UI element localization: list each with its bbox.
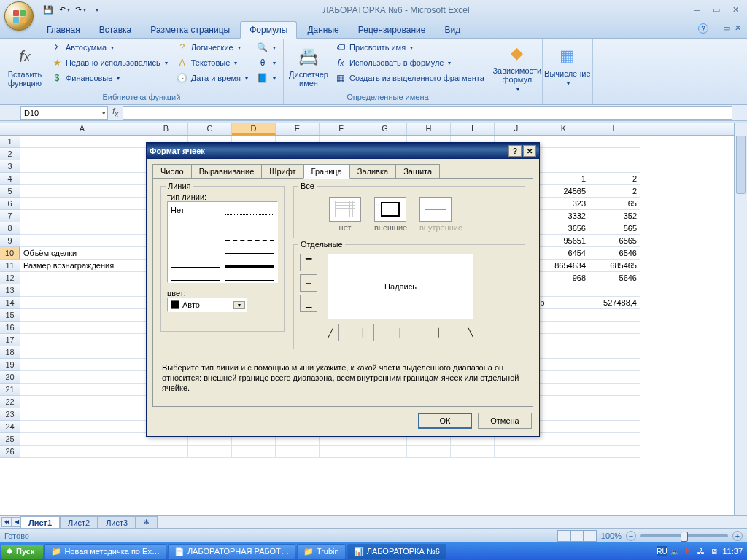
cell[interactable]: 3332: [538, 210, 589, 222]
border-mid-h-btn[interactable]: ─: [300, 274, 317, 292]
cell[interactable]: [188, 446, 232, 458]
cell[interactable]: [538, 384, 589, 396]
cell[interactable]: [589, 148, 640, 160]
cell[interactable]: [538, 136, 589, 148]
cell[interactable]: [20, 396, 144, 408]
dialog-close-button[interactable]: ✕: [523, 145, 536, 157]
cell[interactable]: [538, 446, 589, 458]
recent-button[interactable]: ★Недавно использовались: [48, 55, 171, 70]
row-header[interactable]: 7: [0, 210, 20, 222]
cell[interactable]: [20, 185, 144, 198]
lookup-button[interactable]: 🔍: [254, 40, 279, 55]
cell[interactable]: [589, 136, 640, 148]
cell[interactable]: [20, 421, 144, 433]
cell[interactable]: [20, 371, 144, 384]
cell[interactable]: [495, 446, 538, 458]
name-manager-button[interactable]: 📇 Диспетчер имен: [288, 40, 329, 92]
line-style-opt[interactable]: [225, 218, 274, 228]
undo-button[interactable]: ↶: [57, 3, 71, 18]
dialog-titlebar[interactable]: Формат ячеек ? ✕: [147, 143, 539, 159]
select-all-corner[interactable]: [0, 122, 20, 135]
cell[interactable]: [589, 371, 640, 384]
fx-button[interactable]: fx: [112, 106, 118, 118]
row-header[interactable]: 10: [0, 247, 20, 260]
taskbar-item[interactable]: 📄ЛАБОРАТОРНАЯ РАБОТ…: [168, 544, 295, 559]
cell[interactable]: 65: [589, 198, 640, 210]
row-header[interactable]: 21: [0, 384, 20, 396]
dlg-tab-alignment[interactable]: Выравнивание: [191, 164, 263, 179]
cell[interactable]: [589, 160, 640, 173]
line-style-opt[interactable]: [171, 271, 220, 281]
zoom-in[interactable]: +: [732, 531, 743, 541]
mdi-minimize[interactable]: ─: [713, 23, 719, 34]
col-header-D[interactable]: D: [232, 122, 276, 135]
row-header[interactable]: 24: [0, 421, 20, 433]
use-in-formula-button[interactable]: fxИспользовать в формуле: [332, 55, 487, 70]
help-icon[interactable]: ?: [698, 23, 708, 34]
tab-pagelayout[interactable]: Разметка страницы: [142, 22, 239, 38]
redo-button[interactable]: ↷: [73, 3, 88, 18]
color-select[interactable]: Авто: [167, 298, 247, 312]
tab-view[interactable]: Вид: [436, 22, 469, 38]
cell[interactable]: [20, 173, 144, 185]
cell[interactable]: [589, 322, 640, 334]
row-header[interactable]: 6: [0, 198, 20, 210]
row-header[interactable]: 12: [0, 272, 20, 284]
cell[interactable]: 24565: [538, 185, 589, 198]
sheet-tab[interactable]: Лист2: [60, 516, 98, 529]
row-header[interactable]: 23: [0, 408, 20, 421]
border-preview[interactable]: Надпись: [328, 254, 473, 319]
cell[interactable]: 323: [538, 198, 589, 210]
dlg-tab-fill[interactable]: Заливка: [349, 164, 396, 179]
dlg-tab-font[interactable]: Шрифт: [261, 164, 303, 179]
tray-icon[interactable]: 🔈: [670, 546, 680, 556]
zoom-slider[interactable]: [640, 534, 728, 537]
cell[interactable]: [20, 334, 144, 346]
cell[interactable]: Объём сделки: [20, 247, 144, 260]
tray-icon[interactable]: K: [683, 546, 693, 556]
taskbar-item[interactable]: 📁Новая методичка по Ex…: [44, 544, 166, 559]
cell[interactable]: [538, 148, 589, 160]
cell[interactable]: [320, 446, 363, 458]
zoom-out[interactable]: −: [626, 531, 636, 541]
row-header[interactable]: 16: [0, 322, 20, 334]
line-style-opt[interactable]: [171, 218, 220, 228]
cell[interactable]: [538, 421, 589, 433]
cell[interactable]: [20, 284, 144, 297]
taskbar-item[interactable]: 📊ЛАБОРАТОРКА №6: [347, 544, 446, 559]
row-header[interactable]: 4: [0, 173, 20, 185]
line-style-opt[interactable]: [171, 231, 220, 241]
cell[interactable]: 2: [589, 185, 640, 198]
row-header[interactable]: 18: [0, 346, 20, 359]
datetime-button[interactable]: 🕓Дата и время: [174, 71, 251, 85]
math-button[interactable]: θ: [254, 55, 279, 70]
cell[interactable]: [589, 384, 640, 396]
sheet-tab[interactable]: Лист3: [98, 516, 136, 529]
cell[interactable]: [20, 322, 144, 334]
row-header[interactable]: 3: [0, 160, 20, 173]
cell[interactable]: 527488,4: [589, 297, 640, 309]
office-button[interactable]: [4, 1, 34, 31]
col-header-B[interactable]: B: [144, 122, 188, 135]
cell[interactable]: [232, 446, 276, 458]
save-button[interactable]: 💾: [41, 3, 55, 18]
cell[interactable]: 565: [589, 222, 640, 235]
cell[interactable]: [363, 446, 407, 458]
cell[interactable]: 1: [538, 173, 589, 185]
calculation-button[interactable]: ▦ Вычисление: [547, 40, 588, 92]
dlg-tab-border[interactable]: Граница: [303, 164, 350, 179]
formula-auditing-button[interactable]: ◆ Зависимости формул: [497, 40, 538, 96]
col-header-F[interactable]: F: [320, 122, 363, 135]
cell[interactable]: [276, 446, 320, 458]
border-mid-v-btn[interactable]: │: [392, 324, 409, 341]
cell[interactable]: [538, 160, 589, 173]
row-header[interactable]: 25: [0, 433, 20, 446]
row-header[interactable]: 14: [0, 297, 20, 309]
tab-insert[interactable]: Вставка: [90, 22, 141, 38]
autosum-button[interactable]: ΣАвтосумма: [48, 40, 171, 55]
cell[interactable]: [20, 297, 144, 309]
mdi-restore[interactable]: ▭: [723, 23, 730, 34]
start-button[interactable]: ❖Пуск: [1, 545, 43, 559]
col-header-L[interactable]: L: [589, 122, 640, 135]
cell[interactable]: [538, 322, 589, 334]
